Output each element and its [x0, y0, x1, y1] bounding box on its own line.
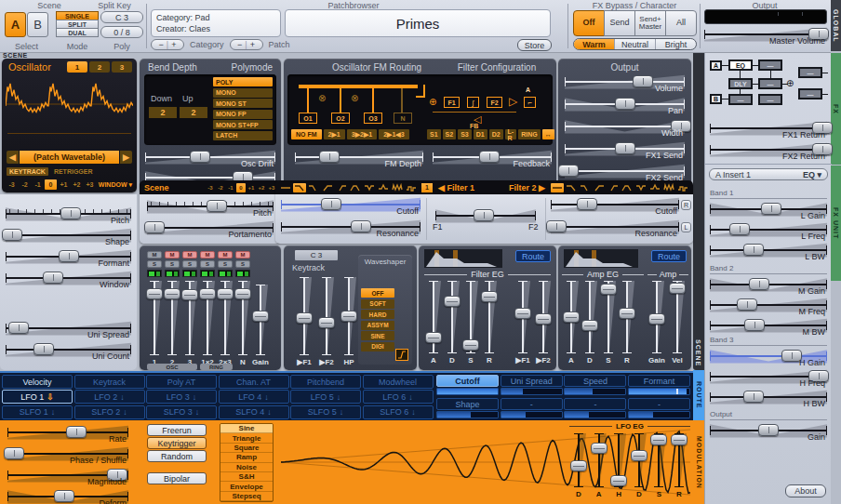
slider-gain[interactable] — [251, 285, 270, 355]
slider-1[interactable] — [145, 281, 164, 355]
slider-handle[interactable] — [444, 296, 461, 307]
mixer-solo-n[interactable]: S — [235, 260, 250, 268]
slider-s[interactable] — [461, 281, 480, 353]
slider-f2[interactable] — [317, 277, 336, 355]
tab-global[interactable]: GLOBAL — [831, 0, 841, 51]
filter1-type-off-icon[interactable] — [279, 183, 292, 192]
filter2-type-lp24-icon[interactable] — [579, 183, 592, 192]
slider-handle[interactable] — [669, 283, 686, 294]
plus-icon[interactable]: + — [171, 40, 176, 49]
osc-octave-2[interactable]: -2 — [19, 179, 31, 190]
mod-source-velocity[interactable]: Velocity — [2, 375, 73, 389]
slider-handle[interactable] — [318, 317, 335, 328]
mixer-solo-2[interactable]: S — [165, 260, 180, 268]
slider-handle[interactable] — [33, 343, 54, 355]
oscillator-tab-2[interactable]: 2 — [89, 61, 110, 73]
mod-source-slfo-4[interactable]: SLFO 4↓ — [219, 405, 289, 419]
slider-master-volume[interactable]: Master Volume — [704, 26, 827, 46]
mod-source-chan-at[interactable]: Chan. AT — [219, 375, 289, 389]
filter1-type-peak-icon[interactable] — [377, 183, 390, 192]
slider-2-3[interactable] — [216, 281, 234, 355]
slider-handle[interactable] — [610, 475, 627, 486]
filter2-link-r-button[interactable]: R — [681, 200, 691, 210]
slider-r[interactable] — [670, 433, 688, 487]
slider-gain[interactable] — [647, 281, 666, 353]
slider-handle[interactable] — [190, 151, 210, 163]
about-button[interactable]: About — [785, 484, 826, 497]
slider-pitch[interactable]: Pitch — [6, 206, 131, 226]
mod-source-slfo-1[interactable]: SLFO 1↓ — [2, 405, 73, 419]
mod-target-shape-r2[interactable]: Shape — [436, 398, 499, 410]
slider-fm-depth[interactable]: FM Depth — [295, 149, 423, 169]
slider-handle[interactable] — [43, 272, 63, 284]
slider-handle[interactable] — [481, 291, 498, 302]
slider-handle[interactable] — [581, 320, 598, 331]
filter2-type-lp12-icon[interactable] — [565, 183, 578, 192]
retrigger-toggle[interactable]: RETRIGGER — [54, 168, 93, 175]
slider-cutoff[interactable]: Cutoff — [551, 196, 679, 217]
character-bright-button[interactable]: Bright — [655, 39, 696, 49]
slider-handle[interactable] — [600, 284, 617, 295]
slider-uni-count[interactable]: Uni Count — [6, 341, 131, 362]
scene-octave-2[interactable]: +2 — [257, 183, 266, 192]
slider-feedback[interactable]: Feedback — [433, 149, 552, 169]
filter2-type-off-icon[interactable] — [551, 183, 564, 192]
filter2-type-bp-icon[interactable] — [621, 183, 634, 192]
slider-handle[interactable] — [217, 288, 234, 299]
slider-a[interactable] — [562, 281, 581, 353]
patch-name-field[interactable]: Primes — [285, 9, 551, 37]
mod-source-slfo-6[interactable]: SLFO 6↓ — [363, 405, 434, 419]
osc-octave-3[interactable]: +3 — [84, 179, 96, 190]
slider-portamento[interactable]: Portamento — [147, 219, 274, 240]
slider-h[interactable] — [609, 433, 628, 487]
filter2-type-sh-icon[interactable] — [676, 183, 689, 192]
filter2-link-l-button[interactable]: L — [681, 222, 691, 232]
slider-handle[interactable] — [648, 313, 665, 325]
slider-handle[interactable] — [321, 198, 341, 210]
slider-handle[interactable] — [479, 151, 500, 163]
slider-vel[interactable] — [668, 281, 687, 353]
slider-volume[interactable]: Volume — [565, 73, 685, 94]
mod-source-poly-at[interactable]: Poly AT — [146, 375, 217, 389]
character-warm-button[interactable]: Warm — [574, 39, 614, 49]
mode-dual-button[interactable]: DUAL — [56, 28, 99, 37]
mod-source-slfo-5[interactable]: SLFO 5↓ — [290, 405, 361, 419]
slider-f2[interactable] — [534, 281, 553, 353]
filter2-type-hp24-icon[interactable] — [607, 183, 620, 192]
slider-handle[interactable] — [146, 288, 163, 299]
character-neutral-button[interactable]: Neutral — [614, 39, 655, 49]
mixer-mute-3[interactable]: M — [182, 251, 197, 259]
slider-formant[interactable]: Formant — [6, 248, 131, 269]
slider-handle[interactable] — [650, 434, 667, 445]
slider-fx1-send[interactable]: FX1 Send — [565, 140, 685, 161]
filter1-type-comb-icon[interactable] — [391, 183, 404, 192]
mod-source-slfo-2[interactable]: SLFO 2↓ — [74, 405, 145, 419]
slider-handle[interactable] — [199, 288, 216, 299]
slider-handle[interactable] — [577, 198, 597, 210]
slider-width[interactable]: Width — [565, 118, 685, 139]
minus-icon[interactable]: − — [159, 40, 164, 49]
mixer-solo-1[interactable]: S — [147, 260, 162, 268]
filter2-type-hp12-icon[interactable] — [593, 183, 606, 192]
wavetable-name[interactable]: (Patch Wavetable) — [20, 151, 119, 164]
mod-target-speed-r1[interactable]: Speed — [564, 375, 626, 387]
slider-handle[interactable] — [207, 200, 227, 212]
slider-handle[interactable] — [252, 311, 269, 322]
keytrack-toggle[interactable]: KEYTRACK — [7, 167, 48, 176]
scene-octave-0[interactable]: 0 — [236, 183, 246, 192]
slider-handle[interactable] — [234, 288, 251, 299]
fx-bypass-off-button[interactable]: Off — [573, 10, 605, 36]
mod-target-cutoff-r1[interactable]: Cutoff — [436, 375, 499, 387]
slider-pan[interactable]: Pan — [565, 96, 685, 116]
slider-a[interactable] — [590, 433, 608, 487]
slider-uni-spread[interactable]: Uni Spread — [6, 320, 131, 340]
filter1-type-lp12-icon[interactable] — [293, 183, 306, 192]
patch-meta-box[interactable]: Category: Pad Creator: Claes — [151, 9, 281, 37]
mod-source-keytrack[interactable]: Keytrack — [74, 375, 145, 389]
slider-d[interactable] — [581, 281, 599, 353]
filter2-type-peak-icon[interactable] — [648, 183, 661, 192]
mod-source-lfo-4[interactable]: LFO 4↓ — [219, 390, 289, 404]
mixer-mute-n[interactable]: M — [235, 251, 250, 259]
osc-octave-1[interactable]: -1 — [32, 179, 44, 190]
slider-d[interactable] — [569, 433, 588, 487]
